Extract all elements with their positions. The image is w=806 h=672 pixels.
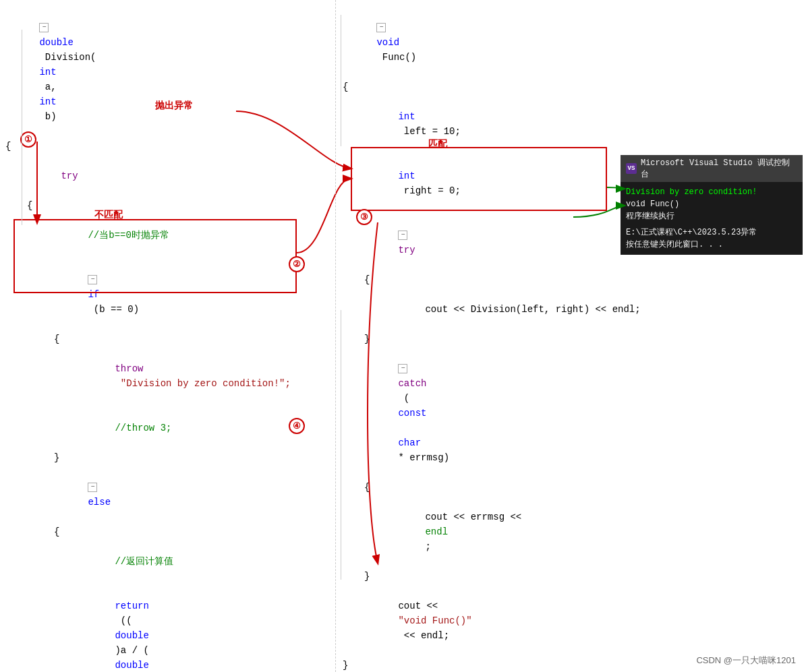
collapse-line-left: [22, 30, 22, 225]
collapse-catch-func[interactable]: −: [398, 364, 407, 373]
circle-4: ④: [289, 418, 305, 434]
comment-return: //返回计算值: [115, 556, 173, 567]
keyword-int2: int: [39, 96, 56, 107]
keyword-void-func: void: [376, 37, 399, 48]
throw-string: "Division by zero condition!";: [115, 378, 290, 389]
console-line-3: 程序继续执行: [626, 210, 797, 222]
keyword-return-left: return: [115, 601, 148, 611]
keyword-try-func: try: [398, 245, 415, 255]
collapse-line-right-main: [341, 310, 341, 580]
vs-icon: VS: [626, 163, 637, 174]
console-content: Division by zero condition! void Func() …: [621, 182, 803, 255]
circle-2: ②: [289, 256, 305, 272]
circle-3: ③: [356, 209, 372, 225]
comment-throw3: //throw 3;: [115, 423, 171, 433]
throw-annotation: 抛出异常: [155, 100, 193, 112]
red-box-left-catch: [13, 219, 297, 293]
right-code-block-func: − void Func() { int left = 10; int right…: [337, 0, 782, 672]
keyword-double: double: [39, 37, 73, 48]
collapse-left-func[interactable]: −: [39, 23, 49, 32]
console-title-text: Microsoft Visual Studio 调试控制台: [641, 157, 797, 180]
console-line-2: void Func(): [626, 198, 797, 210]
footer: CSDN @一只大喵咪1201: [696, 654, 796, 667]
console-box: VS Microsoft Visual Studio 调试控制台 Divisio…: [621, 155, 803, 255]
console-line-4: E:\正式课程\C++\2023.5.23异常: [626, 226, 797, 239]
console-line-5: 按任意键关闭此窗口. . .: [626, 239, 797, 251]
collapse-try-func[interactable]: −: [398, 231, 407, 240]
collapse-func[interactable]: −: [376, 23, 386, 32]
func-name-division: Division(: [39, 52, 96, 63]
keyword-try-left: try: [61, 171, 78, 181]
keyword-else: else: [88, 497, 111, 508]
match-annotation: 匹配: [428, 138, 447, 150]
no-match-annotation: 不匹配: [94, 209, 123, 221]
collapse-else[interactable]: −: [88, 483, 97, 492]
keyword-throw: throw: [115, 363, 143, 374]
console-line-1: Division by zero condition!: [626, 186, 797, 198]
collapse-line-right-func: [341, 15, 341, 146]
console-title: VS Microsoft Visual Studio 调试控制台: [621, 155, 803, 182]
keyword-int1: int: [39, 67, 56, 78]
separator-line: [335, 0, 336, 672]
red-box-right-catch: [351, 147, 607, 211]
circle-1: ①: [20, 131, 36, 148]
keyword-catch-func: catch: [398, 378, 426, 389]
